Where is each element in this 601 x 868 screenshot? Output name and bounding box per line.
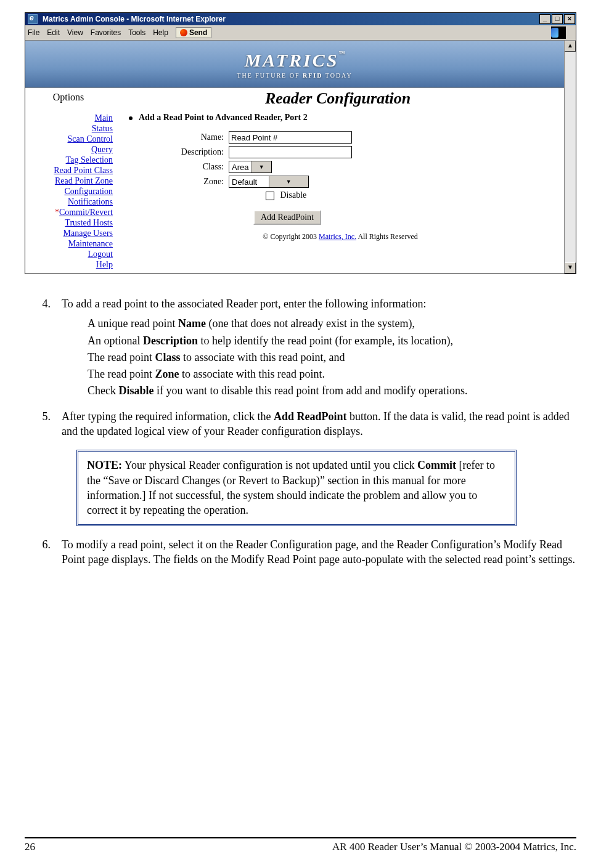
- sidebar-item-maintenance[interactable]: Maintenance: [27, 238, 113, 249]
- sidebar-item-status[interactable]: Status: [27, 123, 113, 134]
- sidebar-item-main[interactable]: Main: [27, 113, 113, 123]
- step-5-text: After typing the required information, c…: [62, 409, 576, 439]
- description-label: Description:: [125, 147, 229, 157]
- sidebar-item-tag-selection[interactable]: Tag Selection: [27, 155, 113, 165]
- matrics-link[interactable]: Matrics, Inc.: [319, 232, 356, 241]
- sidebar-item-logout[interactable]: Logout: [27, 249, 113, 259]
- minimize-button[interactable]: _: [539, 14, 550, 24]
- ie-logo-icon: [551, 28, 558, 38]
- sidebar-item-configuration[interactable]: Configuration: [27, 186, 113, 197]
- uncommitted-star-icon: *: [55, 208, 59, 217]
- menu-tools[interactable]: Tools: [128, 28, 145, 37]
- options-header: Options: [25, 88, 112, 109]
- class-select[interactable]: Area ▼: [229, 161, 272, 173]
- title-bar: Matrics Admin Console - Microsoft Intern…: [25, 13, 576, 25]
- disable-label: Disable: [280, 190, 307, 200]
- copyright-line: © Copyright 2003 Matrics, Inc. All Right…: [125, 227, 555, 244]
- step-4-line-d: The read point Zone to associate with th…: [88, 367, 576, 381]
- note-box: NOTE: Your physical Reader configuration…: [76, 450, 517, 525]
- menu-file[interactable]: File: [28, 28, 39, 37]
- menu-favorites[interactable]: Favorites: [91, 28, 121, 37]
- close-button[interactable]: ×: [564, 14, 575, 24]
- disable-checkbox[interactable]: [266, 192, 274, 200]
- step-number-5: 5.: [25, 409, 62, 439]
- ie-icon: [28, 14, 38, 24]
- scroll-down-button[interactable]: ▼: [565, 262, 576, 274]
- name-label: Name:: [125, 132, 229, 142]
- step-4-line-e: Check Disable if you want to disable thi…: [88, 383, 576, 398]
- scroll-up-button[interactable]: ▲: [565, 41, 576, 52]
- sidebar-item-manage-users[interactable]: Manage Users: [27, 228, 113, 238]
- description-input[interactable]: [229, 146, 352, 158]
- browser-viewport: MATRICS™ THE FUTURE OF RFID TODAY Option…: [25, 41, 576, 274]
- page-header-row: Options Reader Configuration: [25, 87, 564, 109]
- sidebar-item-notifications[interactable]: Notifications: [27, 197, 113, 207]
- menu-view[interactable]: View: [67, 28, 83, 37]
- sidebar-item-scan-control[interactable]: Scan Control: [27, 134, 113, 144]
- window-title: Matrics Admin Console - Microsoft Intern…: [40, 15, 539, 23]
- sidebar-item-query[interactable]: Query: [27, 144, 113, 155]
- page-number: 26: [25, 841, 35, 853]
- chevron-down-icon: ▼: [251, 161, 271, 172]
- bullet-icon: [129, 116, 133, 120]
- class-select-value: Area: [229, 163, 251, 172]
- menu-bar: File Edit View Favorites Tools Help Send: [25, 25, 576, 41]
- ie-throbber: [551, 26, 566, 39]
- scroll-track[interactable]: [565, 52, 576, 262]
- step-4-intro: To add a read point to the associated Re…: [62, 296, 576, 311]
- send-icon: [180, 29, 187, 36]
- step-4-line-a: A unique read point Name (one that does …: [88, 316, 576, 331]
- document-body: 4. To add a read point to the associated…: [25, 296, 576, 567]
- send-button[interactable]: Send: [176, 27, 211, 38]
- menu-edit[interactable]: Edit: [47, 28, 60, 37]
- class-label: Class:: [125, 162, 229, 172]
- footer-title: AR 400 Reader User’s Manual © 2003-2004 …: [332, 841, 576, 853]
- add-readpoint-button[interactable]: Add ReadPoint: [253, 210, 321, 225]
- matrics-logo: MATRICS™: [245, 50, 345, 71]
- zone-select[interactable]: Default ▼: [229, 176, 309, 188]
- sidebar-nav: Main Status Scan Control Query Tag Selec…: [25, 109, 117, 274]
- sidebar-item-read-point-zone[interactable]: Read Point Zone: [27, 176, 113, 186]
- send-label: Send: [189, 28, 207, 37]
- sidebar-item-help[interactable]: Help: [27, 259, 113, 270]
- menu-help[interactable]: Help: [153, 28, 168, 37]
- name-input[interactable]: [229, 131, 352, 144]
- zone-label: Zone:: [125, 177, 229, 187]
- sidebar-item-read-point-class[interactable]: Read Point Class: [27, 165, 113, 176]
- step-4-line-c: The read point Class to associate with t…: [88, 350, 576, 365]
- step-number-4: 4.: [25, 296, 62, 400]
- page-footer: 26 AR 400 Reader User’s Manual © 2003-20…: [25, 837, 576, 853]
- maximize-button[interactable]: □: [552, 14, 563, 24]
- step-6-text: To modify a read point, select it on the…: [62, 537, 576, 567]
- zone-select-value: Default: [229, 177, 269, 187]
- sidebar-item-commit-revert[interactable]: Commit/Revert: [59, 208, 113, 217]
- step-number-6: 6.: [25, 537, 62, 567]
- browser-window: Matrics Admin Console - Microsoft Intern…: [25, 12, 576, 274]
- matrics-tagline: THE FUTURE OF RFID TODAY: [237, 72, 352, 79]
- vertical-scrollbar[interactable]: ▲ ▼: [565, 41, 576, 274]
- matrics-banner: MATRICS™ THE FUTURE OF RFID TODAY: [25, 41, 564, 87]
- main-form: Add a Read Point to Advanced Reader, Por…: [117, 109, 564, 274]
- chevron-down-icon: ▼: [269, 176, 309, 187]
- page-title: Reader Configuration: [112, 88, 564, 109]
- form-heading: Add a Read Point to Advanced Reader, Por…: [139, 113, 308, 123]
- step-4-line-b: An optional Description to help identify…: [88, 333, 576, 348]
- sidebar-item-trusted-hosts[interactable]: Trusted Hosts: [27, 217, 113, 228]
